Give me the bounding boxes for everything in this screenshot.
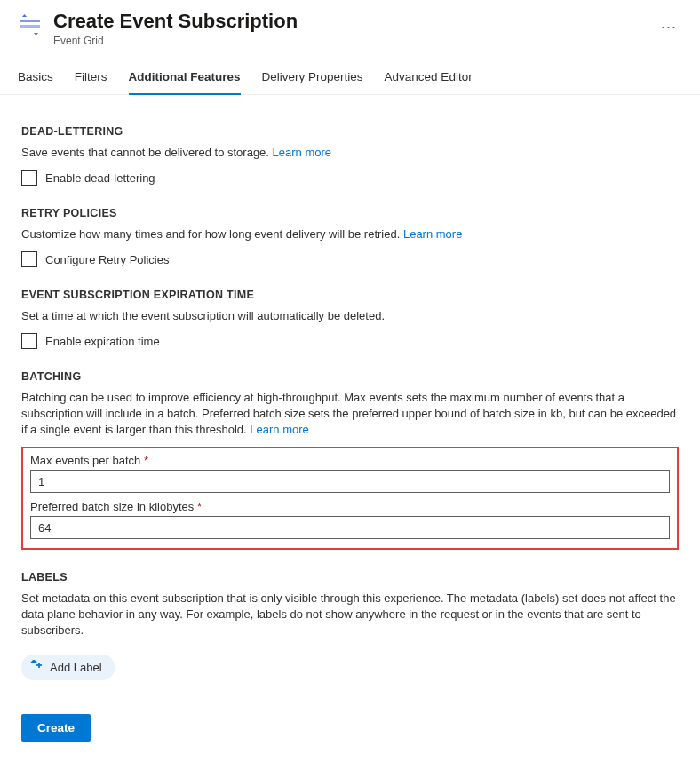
dead-lettering-learn-more-link[interactable]: Learn more bbox=[273, 146, 331, 159]
tab-delivery-properties[interactable]: Delivery Properties bbox=[262, 61, 363, 94]
batching-learn-more-link[interactable]: Learn more bbox=[250, 423, 308, 436]
page-title: Create Event Subscription bbox=[53, 9, 645, 34]
tab-filters[interactable]: Filters bbox=[75, 61, 107, 94]
add-label-icon bbox=[30, 660, 43, 675]
batching-highlight: Max events per batch * Preferred batch s… bbox=[21, 447, 679, 550]
labels-title: LABELS bbox=[21, 571, 679, 583]
max-events-label: Max events per batch * bbox=[30, 454, 670, 467]
max-events-input[interactable] bbox=[30, 470, 670, 493]
configure-retry-checkbox[interactable] bbox=[21, 251, 37, 267]
preferred-size-label: Preferred batch size in kilobytes * bbox=[30, 500, 670, 513]
event-grid-icon bbox=[18, 12, 43, 37]
more-icon[interactable]: ··· bbox=[656, 14, 682, 40]
dead-lettering-desc: Save events that cannot be delivered to … bbox=[21, 145, 679, 161]
tab-basics[interactable]: Basics bbox=[18, 61, 53, 94]
tab-advanced-editor[interactable]: Advanced Editor bbox=[385, 61, 473, 94]
preferred-size-input[interactable] bbox=[30, 516, 670, 539]
retry-policies-desc: Customize how many times and for how lon… bbox=[21, 226, 679, 242]
tabs: Basics Filters Additional Features Deliv… bbox=[0, 61, 700, 95]
add-label-text: Add Label bbox=[50, 661, 102, 674]
batching-title: BATCHING bbox=[21, 370, 679, 383]
tab-additional-features[interactable]: Additional Features bbox=[129, 61, 241, 94]
page-subtitle: Event Grid bbox=[53, 35, 645, 47]
labels-desc: Set metadata on this event subscription … bbox=[21, 591, 679, 639]
enable-expiration-checkbox[interactable] bbox=[21, 333, 37, 349]
configure-retry-label: Configure Retry Policies bbox=[45, 253, 169, 266]
create-button[interactable]: Create bbox=[21, 714, 91, 742]
expiration-title: EVENT SUBSCRIPTION EXPIRATION TIME bbox=[21, 289, 679, 301]
batching-desc: Batching can be used to improve efficien… bbox=[21, 390, 679, 438]
expiration-desc: Set a time at which the event subscripti… bbox=[21, 308, 679, 324]
svg-rect-1 bbox=[20, 25, 40, 28]
svg-rect-0 bbox=[20, 20, 40, 22]
add-label-button[interactable]: Add Label bbox=[21, 655, 115, 680]
enable-dead-lettering-checkbox[interactable] bbox=[21, 170, 37, 186]
enable-dead-lettering-label: Enable dead-lettering bbox=[45, 171, 155, 185]
retry-policies-title: RETRY POLICIES bbox=[21, 207, 679, 219]
retry-learn-more-link[interactable]: Learn more bbox=[403, 227, 462, 241]
enable-expiration-label: Enable expiration time bbox=[45, 335, 160, 348]
dead-lettering-title: DEAD-LETTERING bbox=[21, 125, 679, 138]
